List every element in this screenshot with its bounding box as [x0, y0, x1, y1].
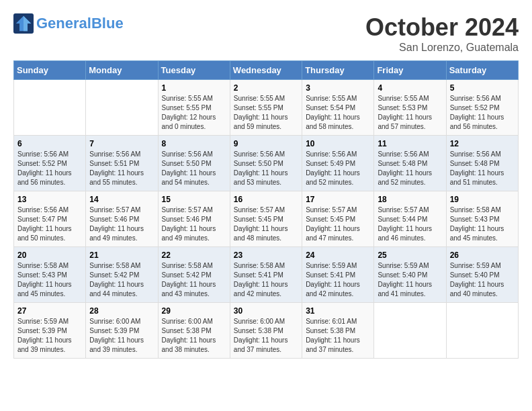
day-cell: 29Sunrise: 6:00 AMSunset: 5:38 PMDayligh…: [158, 303, 230, 359]
day-number: 14: [89, 195, 154, 204]
day-number: 5: [450, 83, 515, 93]
day-number: 17: [306, 195, 370, 204]
day-cell: 10Sunrise: 5:56 AMSunset: 5:49 PMDayligh…: [302, 136, 374, 191]
day-cell: 28Sunrise: 6:00 AMSunset: 5:39 PMDayligh…: [86, 303, 158, 359]
day-cell: 31Sunrise: 6:01 AMSunset: 5:38 PMDayligh…: [302, 303, 374, 359]
day-cell: 2Sunrise: 5:55 AMSunset: 5:55 PMDaylight…: [230, 80, 302, 136]
day-info: Sunrise: 5:56 AMSunset: 5:50 PMDaylight:…: [162, 150, 226, 187]
day-info: Sunrise: 5:55 AMSunset: 5:54 PMDaylight:…: [306, 94, 370, 132]
day-number: 8: [162, 139, 226, 148]
day-number: 11: [378, 139, 442, 148]
day-cell: 4Sunrise: 5:55 AMSunset: 5:53 PMDaylight…: [374, 80, 446, 136]
day-number: 21: [89, 250, 154, 260]
week-row-5: 27Sunrise: 5:59 AMSunset: 5:39 PMDayligh…: [14, 303, 519, 359]
day-info: Sunrise: 5:58 AMSunset: 5:42 PMDaylight:…: [162, 261, 226, 299]
col-wednesday: Wednesday: [230, 61, 302, 80]
day-cell: 16Sunrise: 5:57 AMSunset: 5:45 PMDayligh…: [230, 191, 302, 247]
day-cell: 21Sunrise: 5:58 AMSunset: 5:42 PMDayligh…: [86, 247, 158, 303]
day-cell: 5Sunrise: 5:56 AMSunset: 5:52 PMDaylight…: [446, 80, 518, 136]
day-cell: 15Sunrise: 5:57 AMSunset: 5:46 PMDayligh…: [158, 191, 230, 247]
col-saturday: Saturday: [446, 61, 518, 80]
day-cell: [374, 303, 446, 359]
day-cell: 27Sunrise: 5:59 AMSunset: 5:39 PMDayligh…: [14, 303, 86, 359]
col-tuesday: Tuesday: [158, 61, 230, 80]
day-number: 3: [306, 83, 370, 93]
day-number: 25: [378, 250, 442, 260]
day-cell: 13Sunrise: 5:56 AMSunset: 5:47 PMDayligh…: [14, 191, 86, 247]
day-info: Sunrise: 6:01 AMSunset: 5:38 PMDaylight:…: [306, 317, 370, 355]
day-cell: 23Sunrise: 5:58 AMSunset: 5:41 PMDayligh…: [230, 247, 302, 303]
calendar-header: Sunday Monday Tuesday Wednesday Thursday…: [14, 61, 519, 80]
day-number: 26: [450, 250, 515, 260]
day-info: Sunrise: 5:56 AMSunset: 5:52 PMDaylight:…: [17, 150, 82, 187]
day-info: Sunrise: 5:57 AMSunset: 5:44 PMDaylight:…: [378, 205, 442, 243]
day-cell: 22Sunrise: 5:58 AMSunset: 5:42 PMDayligh…: [158, 247, 230, 303]
day-number: 31: [306, 306, 370, 316]
day-number: 12: [450, 139, 515, 148]
header-row: Sunday Monday Tuesday Wednesday Thursday…: [14, 61, 519, 80]
day-cell: [446, 303, 518, 359]
day-number: 22: [162, 250, 226, 260]
logo: GeneralBlue: [13, 13, 124, 34]
day-info: Sunrise: 5:57 AMSunset: 5:46 PMDaylight:…: [89, 205, 154, 243]
day-cell: 1Sunrise: 5:55 AMSunset: 5:55 PMDaylight…: [158, 80, 230, 136]
col-monday: Monday: [86, 61, 158, 80]
title-block: October 2024 San Lorenzo, Guatemala: [365, 13, 519, 54]
week-row-4: 20Sunrise: 5:58 AMSunset: 5:43 PMDayligh…: [14, 247, 519, 303]
day-info: Sunrise: 5:56 AMSunset: 5:47 PMDaylight:…: [17, 205, 82, 243]
day-info: Sunrise: 5:59 AMSunset: 5:40 PMDaylight:…: [378, 261, 442, 299]
col-sunday: Sunday: [14, 61, 86, 80]
day-number: 1: [162, 83, 226, 93]
day-number: 13: [17, 195, 82, 204]
day-cell: 7Sunrise: 5:56 AMSunset: 5:51 PMDaylight…: [86, 136, 158, 191]
day-info: Sunrise: 5:56 AMSunset: 5:48 PMDaylight:…: [378, 150, 442, 187]
logo-general: General: [36, 15, 91, 32]
day-number: 29: [162, 306, 226, 316]
day-cell: 12Sunrise: 5:56 AMSunset: 5:48 PMDayligh…: [446, 136, 518, 191]
day-cell: 8Sunrise: 5:56 AMSunset: 5:50 PMDaylight…: [158, 136, 230, 191]
day-info: Sunrise: 5:55 AMSunset: 5:53 PMDaylight:…: [378, 94, 442, 132]
day-info: Sunrise: 5:56 AMSunset: 5:51 PMDaylight:…: [89, 150, 154, 187]
week-row-1: 1Sunrise: 5:55 AMSunset: 5:55 PMDaylight…: [14, 80, 519, 136]
day-info: Sunrise: 5:58 AMSunset: 5:42 PMDaylight:…: [89, 261, 154, 299]
day-cell: 11Sunrise: 5:56 AMSunset: 5:48 PMDayligh…: [374, 136, 446, 191]
day-cell: 6Sunrise: 5:56 AMSunset: 5:52 PMDaylight…: [14, 136, 86, 191]
day-cell: 14Sunrise: 5:57 AMSunset: 5:46 PMDayligh…: [86, 191, 158, 247]
day-number: 20: [17, 250, 82, 260]
col-thursday: Thursday: [302, 61, 374, 80]
day-number: 30: [234, 306, 298, 316]
day-cell: [86, 80, 158, 136]
day-info: Sunrise: 6:00 AMSunset: 5:39 PMDaylight:…: [89, 317, 154, 355]
day-info: Sunrise: 5:55 AMSunset: 5:55 PMDaylight:…: [162, 94, 226, 132]
day-number: 15: [162, 195, 226, 204]
day-cell: 30Sunrise: 6:00 AMSunset: 5:38 PMDayligh…: [230, 303, 302, 359]
day-number: 7: [89, 139, 154, 148]
day-number: 18: [378, 195, 442, 204]
calendar-table: Sunday Monday Tuesday Wednesday Thursday…: [13, 60, 519, 359]
day-cell: 20Sunrise: 5:58 AMSunset: 5:43 PMDayligh…: [14, 247, 86, 303]
calendar-title: October 2024: [365, 13, 519, 42]
day-info: Sunrise: 5:56 AMSunset: 5:49 PMDaylight:…: [306, 150, 370, 187]
day-info: Sunrise: 5:55 AMSunset: 5:55 PMDaylight:…: [234, 94, 298, 132]
day-number: 10: [306, 139, 370, 148]
day-info: Sunrise: 5:57 AMSunset: 5:45 PMDaylight:…: [306, 205, 370, 243]
calendar-subtitle: San Lorenzo, Guatemala: [365, 42, 519, 54]
day-info: Sunrise: 5:57 AMSunset: 5:46 PMDaylight:…: [162, 205, 226, 243]
day-number: 2: [234, 83, 298, 93]
day-number: 16: [234, 195, 298, 204]
day-number: 24: [306, 250, 370, 260]
day-number: 4: [378, 83, 442, 93]
day-cell: 9Sunrise: 5:56 AMSunset: 5:50 PMDaylight…: [230, 136, 302, 191]
logo-text: GeneralBlue: [36, 15, 124, 32]
day-number: 6: [17, 139, 82, 148]
day-info: Sunrise: 5:56 AMSunset: 5:52 PMDaylight:…: [450, 94, 515, 132]
day-info: Sunrise: 5:58 AMSunset: 5:43 PMDaylight:…: [17, 261, 82, 299]
day-cell: [14, 80, 86, 136]
day-cell: 25Sunrise: 5:59 AMSunset: 5:40 PMDayligh…: [374, 247, 446, 303]
day-info: Sunrise: 5:58 AMSunset: 5:43 PMDaylight:…: [450, 205, 515, 243]
day-cell: 17Sunrise: 5:57 AMSunset: 5:45 PMDayligh…: [302, 191, 374, 247]
week-row-3: 13Sunrise: 5:56 AMSunset: 5:47 PMDayligh…: [14, 191, 519, 247]
day-number: 28: [89, 306, 154, 316]
day-cell: 18Sunrise: 5:57 AMSunset: 5:44 PMDayligh…: [374, 191, 446, 247]
day-info: Sunrise: 5:56 AMSunset: 5:48 PMDaylight:…: [450, 150, 515, 187]
